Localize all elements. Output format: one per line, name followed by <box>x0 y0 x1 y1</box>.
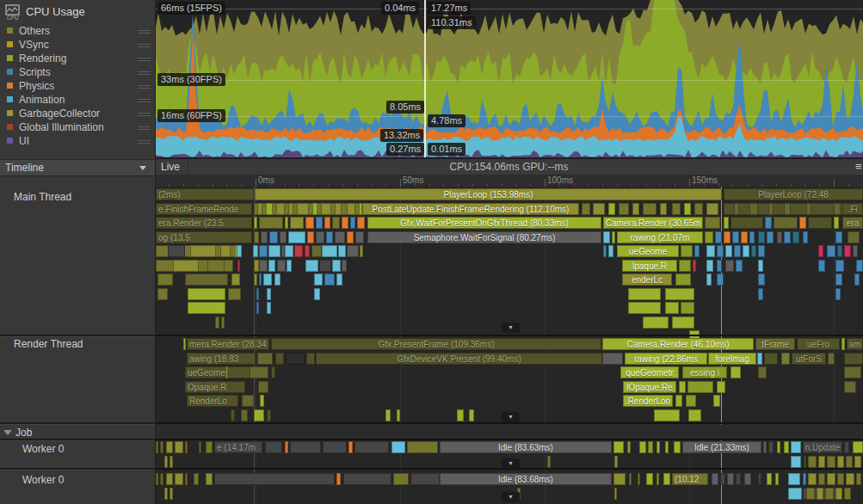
timeline-block[interactable] <box>170 488 173 500</box>
timeline-block[interactable] <box>288 203 293 215</box>
timeline-block[interactable] <box>603 245 607 257</box>
timeline-bar[interactable]: PlayerLoop (72.48 <box>724 188 863 200</box>
timeline-block[interactable] <box>844 381 856 393</box>
timeline-block[interactable] <box>784 441 789 453</box>
timeline-block[interactable] <box>343 473 391 485</box>
timeline-bar[interactable]: PostLateUpdate.FinishFrameRendering (112… <box>362 203 579 215</box>
timeline-block[interactable] <box>271 366 275 378</box>
timeline-block[interactable] <box>632 203 639 215</box>
timeline-block[interactable] <box>225 366 228 378</box>
timeline-block[interactable] <box>347 245 359 257</box>
timeline-block[interactable] <box>638 473 640 485</box>
timeline-block[interactable] <box>835 288 841 300</box>
timeline-block[interactable] <box>808 456 817 468</box>
timeline-block[interactable] <box>350 217 355 229</box>
timeline-block[interactable] <box>231 274 240 286</box>
timeline-block[interactable] <box>804 456 806 468</box>
timeline-block[interactable] <box>355 231 364 243</box>
timeline-block[interactable] <box>290 217 304 229</box>
timeline-block[interactable] <box>705 217 720 229</box>
drag-handle-icon[interactable] <box>138 56 151 61</box>
timeline-bar[interactable]: era.Render (23.5 <box>156 217 252 229</box>
timeline-block[interactable] <box>160 473 163 485</box>
timeline-block[interactable] <box>305 217 314 229</box>
timeline-block[interactable] <box>758 274 765 286</box>
timeline-block[interactable] <box>717 381 725 393</box>
timeline-bar[interactable]: awing (18.83 <box>187 353 256 365</box>
timeline-block[interactable] <box>654 409 680 421</box>
timeline-block[interactable] <box>410 473 440 485</box>
timeline-block[interactable] <box>332 217 340 229</box>
timeline-bar[interactable]: era <box>842 217 863 229</box>
timeline-block[interactable] <box>628 302 661 314</box>
timeline-block[interactable] <box>818 456 825 468</box>
timeline-block[interactable] <box>791 456 801 468</box>
timeline-block[interactable] <box>827 456 835 468</box>
timeline-bar[interactable]: ueGeome <box>617 245 679 257</box>
timeline-block[interactable] <box>323 441 347 453</box>
timeline-block[interactable] <box>156 441 158 453</box>
timeline-block[interactable] <box>166 473 173 485</box>
timeline-block[interactable] <box>231 409 235 421</box>
timeline-block[interactable] <box>254 231 259 243</box>
timeline-block[interactable] <box>835 274 842 286</box>
timeline-block[interactable] <box>324 274 335 286</box>
timeline-block[interactable] <box>287 260 292 272</box>
timeline-block[interactable] <box>725 260 734 272</box>
timeline-block[interactable] <box>758 245 765 257</box>
timeline-block[interactable] <box>603 231 610 243</box>
timeline-block[interactable] <box>693 260 696 272</box>
timeline-block[interactable] <box>185 274 228 286</box>
timeline-block[interactable] <box>354 441 389 453</box>
timeline-block[interactable] <box>627 441 631 453</box>
timeline-block[interactable] <box>767 231 774 243</box>
timeline-block[interactable] <box>827 245 835 257</box>
timeline-block[interactable] <box>784 231 791 243</box>
timeline-block[interactable] <box>253 245 258 257</box>
timeline-block[interactable] <box>307 231 314 243</box>
timeline-bar[interactable]: GfxDeviceVK.Present (99.40ms) <box>316 353 602 365</box>
timeline-block[interactable] <box>228 288 241 300</box>
timeline-block[interactable] <box>806 203 811 215</box>
timeline-block[interactable] <box>694 245 700 257</box>
timeline-block[interactable] <box>720 473 725 485</box>
timeline-block[interactable] <box>285 217 288 229</box>
timeline-block[interactable] <box>336 473 341 485</box>
timeline-bar[interactable]: Camera.Render (30.65m <box>603 217 703 229</box>
timeline-block[interactable] <box>687 381 713 393</box>
timeline-bar[interactable]: .RenderLoo <box>623 395 673 407</box>
timeline-block[interactable] <box>311 245 322 257</box>
timeline-block[interactable] <box>316 217 323 229</box>
timeline-block[interactable] <box>788 488 802 500</box>
timeline-block[interactable] <box>763 441 767 453</box>
timeline-block[interactable] <box>706 245 715 257</box>
timeline-bar[interactable]: rawing (21.07m <box>617 231 703 243</box>
timeline-block[interactable] <box>613 473 626 485</box>
timeline-block[interactable] <box>758 366 767 378</box>
timeline-block[interactable] <box>357 217 365 229</box>
timeline-block[interactable] <box>160 441 163 453</box>
legend-item-garbagecollector[interactable]: GarbageCollector <box>0 107 155 120</box>
timeline-bar[interactable]: (10.12 <box>672 473 708 485</box>
timeline-block[interactable] <box>844 366 861 378</box>
timeline-bar[interactable]: .Fi <box>842 203 863 215</box>
timeline-block[interactable] <box>321 203 331 215</box>
timeline-block[interactable] <box>242 395 254 407</box>
timeline-block[interactable] <box>619 203 629 215</box>
timeline-block[interactable] <box>817 488 823 500</box>
timeline-block[interactable] <box>724 231 730 243</box>
timeline-block[interactable] <box>758 260 763 272</box>
timeline-block[interactable] <box>336 274 342 286</box>
timeline-block[interactable] <box>280 231 287 243</box>
timeline-block[interactable] <box>157 274 173 286</box>
timeline-block[interactable] <box>856 473 861 485</box>
timeline-block[interactable] <box>743 245 749 257</box>
timeline-block[interactable] <box>681 302 694 314</box>
timeline-block[interactable] <box>194 473 199 485</box>
timeline-block[interactable] <box>314 274 323 286</box>
legend-item-ui[interactable]: UI <box>0 134 155 148</box>
timeline-bar[interactable]: Semaphore.WaitForSignal (80.27ms) <box>367 231 601 243</box>
timeline-bar[interactable]: (2ms) <box>156 188 254 200</box>
timeline-block[interactable] <box>665 302 679 314</box>
timeline-block[interactable] <box>173 260 199 272</box>
